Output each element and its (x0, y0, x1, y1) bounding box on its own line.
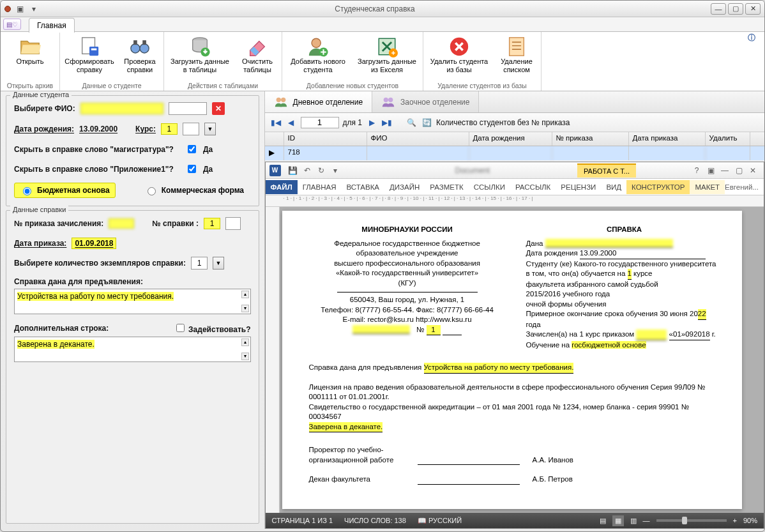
view-print-icon[interactable]: ▦ (612, 515, 624, 526)
add-student-button[interactable]: Добавить нового студента (286, 34, 350, 75)
help-icon[interactable]: ⓘ (748, 33, 758, 43)
word-tab-file[interactable]: ФАЙЛ (266, 180, 298, 194)
copies-dropdown[interactable]: ▼ (213, 257, 224, 270)
word-redo-icon[interactable]: ↻ (314, 166, 328, 175)
col-odate[interactable]: Дата приказа (629, 132, 706, 146)
tab-ext[interactable]: Заочное отделение (372, 91, 479, 112)
minimize-button[interactable]: — (711, 3, 726, 15)
word-minimize-icon[interactable]: — (718, 166, 732, 175)
nav-first-icon[interactable]: ▮◀ (270, 117, 282, 128)
word-undo-icon[interactable]: ↶ (300, 166, 314, 175)
use-extra-checkbox[interactable] (176, 324, 185, 332)
word-tab-home[interactable]: ГЛАВНАЯ (298, 180, 342, 194)
word-tab-mail[interactable]: РАССЫЛК (510, 180, 556, 194)
users-icon (381, 95, 395, 109)
col-del[interactable]: Удалить (706, 132, 750, 146)
nav-last-icon[interactable]: ▶▮ (381, 117, 393, 128)
scroll-down-icon[interactable]: ▾ (241, 305, 249, 312)
copies-input[interactable] (191, 257, 208, 270)
scroll-up-icon[interactable]: ▴ (241, 338, 249, 346)
nav-page-input[interactable] (301, 117, 339, 128)
nav-next-icon[interactable]: ▶ (366, 117, 377, 128)
col-fio[interactable]: ФИО (367, 132, 469, 146)
titlebar: ▣ ▾ Студенческая справка — ▢ ✕ (1, 1, 764, 17)
nav-prev-icon[interactable]: ◀ (285, 117, 297, 128)
status-words[interactable]: ЧИСЛО СЛОВ: 138 (344, 517, 406, 524)
word-maximize-icon[interactable]: ▢ (732, 166, 746, 175)
refresh-icon[interactable]: 🔄 (421, 117, 432, 128)
word-tab-insert[interactable]: ВСТАВКА (341, 180, 384, 194)
tab-day[interactable]: Дневное отделение (265, 91, 373, 112)
svg-point-15 (281, 97, 285, 102)
scroll-up-icon[interactable]: ▴ (241, 291, 249, 298)
doc-area[interactable]: МИНОБРНАУКИ РОССИИ Федеральное государст… (266, 207, 764, 513)
nav-row: ▮◀ ◀ для 1 ▶ ▶▮ 🔍 🔄 Количество студентов… (265, 113, 764, 132)
cert-no-value: 1 (204, 218, 220, 229)
zoom-out-icon[interactable]: — (643, 517, 650, 524)
delete-list-button[interactable]: Удаление списком (496, 34, 537, 75)
close-button[interactable]: ✕ (745, 3, 761, 15)
word-ribbon-opts-icon[interactable]: ▣ (704, 166, 718, 175)
qa-button[interactable]: ▤♡ (3, 19, 21, 30)
load-excel-button[interactable]: Загрузить данные из Екселя (355, 34, 419, 75)
tab-main[interactable]: Главная (29, 18, 75, 33)
word-tab-layout[interactable]: РАЗМЕТК (425, 180, 468, 194)
col-ord[interactable]: № приказа (552, 132, 629, 146)
hide-mag-checkbox[interactable] (188, 145, 196, 153)
word-tab-view[interactable]: ВИД (601, 180, 626, 194)
chevron-down-icon[interactable]: ▾ (328, 166, 342, 175)
purpose-memo[interactable]: Устройства на работу по месту требования… (14, 289, 251, 314)
list-icon (506, 36, 527, 57)
h-ruler[interactable]: · 1 · | · 1 · | · 2 · | · 3 · | · 4 · | … (266, 195, 764, 207)
nav-status: Количество студентов без № приказа (436, 118, 570, 127)
word-user[interactable]: Евгений... (725, 183, 764, 191)
status-lang[interactable]: 📖 РУССКИЙ (418, 517, 462, 525)
word-help-icon[interactable]: ? (690, 166, 704, 175)
fio-input[interactable] (169, 102, 207, 115)
check-cert-button[interactable]: Проверка справки (120, 34, 160, 75)
word-statusbar: СТРАНИЦА 1 ИЗ 1 ЧИСЛО СЛОВ: 138 📖 РУССКИ… (266, 513, 764, 528)
v-ruler[interactable] (266, 207, 280, 513)
col-dob[interactable]: Дата рождения (469, 132, 552, 146)
zoom-slider[interactable] (656, 519, 727, 522)
hide-mag-label: Скрыть в справке слово "магистратура"? (14, 145, 180, 154)
clear-tables-button[interactable]: Очистить таблицы (237, 34, 278, 75)
word-tab-maket[interactable]: МАКЕТ (690, 180, 725, 194)
word-close-icon[interactable]: ✕ (746, 166, 760, 175)
course-input[interactable] (183, 123, 199, 135)
load-tables-button[interactable]: Загрузить данные в таблицы (168, 34, 232, 75)
funding-budget-radio[interactable]: Бюджетная основа (14, 183, 116, 198)
svg-point-8 (312, 38, 321, 47)
open-button[interactable]: Открыть (4, 34, 56, 67)
word-tab-review[interactable]: РЕЦЕНЗИ (556, 180, 601, 194)
order-no-label: № приказа зачисления: (14, 219, 103, 228)
view-web-icon[interactable]: ▥ (630, 517, 637, 525)
cert-no-input[interactable] (225, 217, 241, 230)
svg-rect-4 (133, 40, 137, 45)
view-read-icon[interactable]: ▤ (600, 517, 606, 525)
group-label: Удаление студентов из базы (427, 80, 537, 89)
word-window: W 💾 ↶ ↻ ▾ Document - Word РАБОТА С Т... … (265, 162, 764, 529)
zoom-in-icon[interactable]: + (733, 517, 737, 524)
table-row[interactable]: ▶ 718 (265, 146, 764, 160)
word-tab-refs[interactable]: ССЫЛКИ (469, 180, 510, 194)
clear-fio-button[interactable]: ✕ (212, 102, 225, 115)
dropdown-icon[interactable]: ▾ (29, 4, 39, 14)
funding-commercial-radio[interactable]: Коммерческая форма (139, 183, 250, 198)
delete-student-button[interactable]: Удалить студента из базы (427, 34, 491, 75)
course-dropdown[interactable]: ▼ (204, 123, 216, 135)
word-save-icon[interactable]: 💾 (286, 166, 300, 175)
svg-point-2 (131, 44, 140, 53)
maximize-button[interactable]: ▢ (728, 3, 743, 15)
col-id[interactable]: ID (284, 132, 367, 146)
form-cert-button[interactable]: Сформировать справку (64, 34, 115, 75)
zoom-value[interactable]: 90% (743, 517, 757, 524)
search-icon[interactable]: 🔍 (405, 117, 417, 128)
extra-memo[interactable]: Заверена в деканате. ▴▾ (14, 337, 251, 362)
word-tab-design[interactable]: ДИЗАЙН (384, 180, 425, 194)
status-page[interactable]: СТРАНИЦА 1 ИЗ 1 (272, 517, 333, 524)
word-tab-constructor[interactable]: КОНСТРУКТОР (626, 180, 690, 194)
scroll-down-icon[interactable]: ▾ (241, 353, 249, 360)
order-date-label: Дата приказа: (14, 239, 66, 248)
hide-app-checkbox[interactable] (188, 165, 196, 173)
